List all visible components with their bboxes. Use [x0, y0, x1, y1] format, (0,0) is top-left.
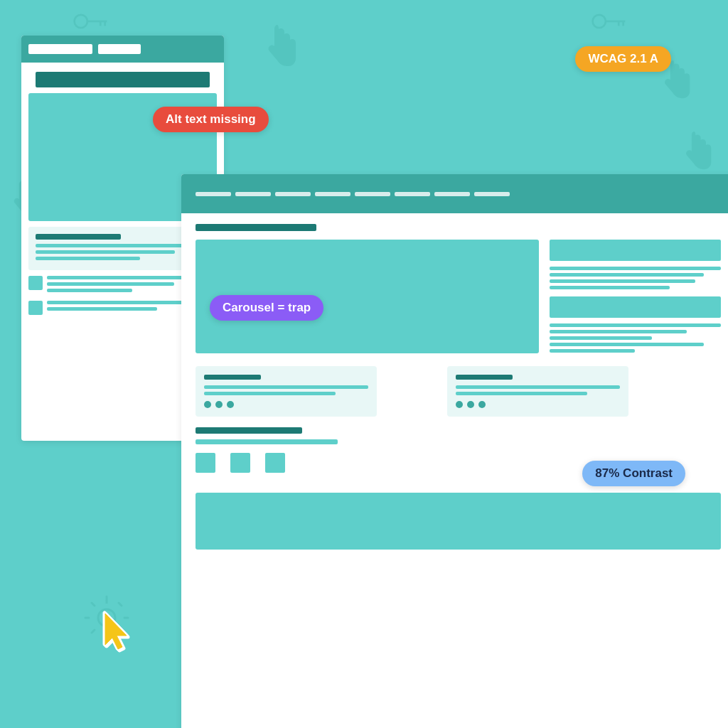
dot-2 — [215, 401, 223, 408]
mobile-line-2 — [47, 282, 174, 286]
dash-line-8 — [474, 192, 510, 196]
dash-line-1 — [196, 192, 231, 196]
side-block-1 — [550, 240, 721, 261]
carousel-spacer — [387, 366, 437, 417]
side-line-5 — [550, 323, 721, 327]
carousel-row — [196, 366, 721, 417]
footer-icon-2 — [230, 453, 250, 473]
mobile-list-icon-1 — [28, 276, 43, 290]
mobile-card-line-3 — [36, 257, 140, 260]
svg-point-0 — [75, 15, 87, 28]
cursor-icon — [100, 608, 139, 657]
desktop-side-column — [550, 240, 721, 355]
carousel-card-1 — [196, 366, 377, 417]
desktop-hero-dashes — [196, 192, 510, 196]
desktop-section-title — [196, 224, 316, 231]
dash-line-6 — [395, 192, 430, 196]
svg-point-4 — [593, 15, 606, 28]
dash-line-3 — [275, 192, 311, 196]
footer-col-1 — [196, 453, 220, 478]
mobile-card-line-2 — [36, 250, 175, 254]
side-line-7 — [550, 336, 653, 340]
contrast-badge: 87% Contrast — [582, 461, 685, 486]
carousel-dots-2 — [456, 401, 620, 408]
side-block-2-group — [550, 296, 721, 353]
side-line-6 — [550, 330, 687, 333]
carousel-card-2 — [447, 366, 628, 417]
carousel-card-title-1 — [204, 375, 261, 380]
side-line-2 — [550, 273, 704, 277]
desktop-main-content — [181, 213, 728, 560]
mobile-header-bar1 — [28, 44, 92, 54]
mobile-nav-bar — [36, 72, 210, 87]
carousel-badge: Carousel = trap — [210, 295, 323, 321]
dash-line-2 — [235, 192, 271, 196]
side-line-3 — [550, 279, 695, 283]
side-line-9 — [550, 349, 636, 353]
footer-col-2 — [230, 453, 255, 478]
desktop-wireframe — [181, 174, 728, 728]
dot-4 — [456, 401, 463, 408]
footer-icon-3 — [265, 453, 285, 473]
carousel-line-2 — [204, 392, 336, 395]
side-line-4 — [550, 286, 670, 289]
desktop-hero-banner — [181, 174, 728, 213]
mobile-header-bar2 — [98, 44, 141, 54]
side-lines-group — [550, 267, 721, 289]
footer-title — [196, 427, 302, 434]
footer-icon-1 — [196, 453, 215, 473]
mobile-line-3 — [47, 289, 132, 292]
carousel-dots-1 — [204, 401, 368, 408]
mobile-line-5 — [47, 307, 157, 311]
mobile-list-icon-2 — [28, 301, 43, 315]
wcag-badge: WCAG 2.1 A — [575, 46, 671, 72]
side-line-8 — [550, 343, 704, 346]
dot-1 — [204, 401, 211, 408]
carousel-line-3 — [456, 385, 620, 389]
bottom-image-strip — [196, 493, 721, 550]
dash-line-5 — [355, 192, 390, 196]
mobile-header — [21, 36, 224, 63]
dash-line-7 — [434, 192, 470, 196]
dot-3 — [227, 401, 234, 408]
side-lines-group-2 — [550, 323, 721, 353]
footer-section — [196, 427, 721, 444]
side-block-2 — [550, 296, 721, 318]
carousel-line-1 — [204, 385, 368, 389]
side-line-1 — [550, 267, 721, 270]
alt-text-badge: Alt text missing — [153, 107, 269, 132]
mobile-card-title — [36, 234, 121, 240]
dot-5 — [467, 401, 474, 408]
carousel-line-4 — [456, 392, 587, 395]
dash-line-4 — [315, 192, 350, 196]
dot-6 — [478, 401, 486, 408]
footer-subtitle — [196, 439, 338, 444]
carousel-spacer-2 — [639, 366, 721, 417]
footer-col-3 — [265, 453, 289, 478]
carousel-card-title-2 — [456, 375, 513, 380]
